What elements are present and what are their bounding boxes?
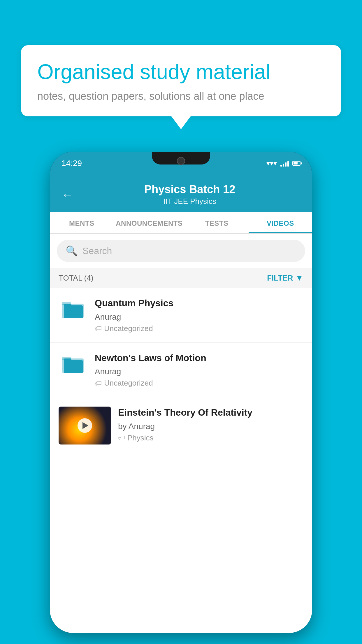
signal-icon [280,160,289,167]
status-icons: ▾▾▾ [266,159,301,167]
video-title: Quantum Physics [95,297,303,309]
back-button[interactable]: ← [61,188,73,201]
list-item[interactable]: Newton's Laws of Motion Anurag 🏷 Uncateg… [50,343,312,398]
search-container: 🔍 Search [50,234,312,268]
filter-icon: ▼ [295,273,303,283]
folder-icon [59,352,88,374]
video-tag: 🏷 Physics [118,433,303,442]
tab-ments[interactable]: MENTS [50,212,113,233]
video-author: Anurag [95,367,303,376]
speech-bubble: Organised study material notes, question… [21,45,341,116]
filter-label: FILTER [267,274,293,283]
status-time: 14:29 [61,159,82,168]
tabs-bar: MENTS ANNOUNCEMENTS TESTS VIDEOS [50,212,312,234]
status-bar: 14:29 ▾▾▾ [50,152,312,175]
svg-rect-2 [64,305,83,318]
header-title: Physics Batch 12 [79,183,301,196]
video-info: Newton's Laws of Motion Anurag 🏷 Uncateg… [95,352,303,388]
tag-label: Physics [127,433,154,442]
filter-bar: TOTAL (4) FILTER ▼ [50,268,312,288]
search-input[interactable]: Search [82,246,112,256]
tag-label: Uncategorized [104,379,153,388]
tab-tests[interactable]: TESTS [185,212,248,233]
search-input-wrap[interactable]: 🔍 Search [57,240,305,262]
svg-rect-6 [64,360,83,373]
search-icon: 🔍 [66,245,78,257]
phone-device: 14:29 ▾▾▾ ← Physics Batch 12 IIT JEE [50,152,312,633]
list-item[interactable]: Quantum Physics Anurag 🏷 Uncategorized [50,288,312,343]
tag-icon: 🏷 [118,434,125,442]
folder-svg [61,299,85,319]
video-tag: 🏷 Uncategorized [95,379,303,388]
app-header: ← Physics Batch 12 IIT JEE Physics [50,175,312,212]
list-item[interactable]: Einstein's Theory Of Relativity by Anura… [50,397,312,454]
bubble-title: Organised study material [37,59,325,84]
total-count: TOTAL (4) [59,274,93,283]
tag-icon: 🏷 [95,324,102,332]
phone-screen: ← Physics Batch 12 IIT JEE Physics MENTS… [50,175,312,633]
bubble-subtitle: notes, question papers, solutions all at… [37,90,325,102]
video-info: Einstein's Theory Of Relativity by Anura… [118,407,303,442]
tag-label: Uncategorized [104,324,153,333]
video-info: Quantum Physics Anurag 🏷 Uncategorized [95,297,303,333]
camera-notch [177,157,185,165]
battery-icon [292,161,301,166]
filter-button[interactable]: FILTER ▼ [267,273,303,283]
tag-icon: 🏷 [95,379,102,387]
tab-announcements[interactable]: ANNOUNCEMENTS [113,212,185,233]
folder-icon [59,297,88,319]
header-subtitle: IIT JEE Physics [79,197,301,206]
video-list: Quantum Physics Anurag 🏷 Uncategorized [50,288,312,633]
header-center: Physics Batch 12 IIT JEE Physics [79,183,301,206]
video-author: by Anurag [118,422,303,431]
wifi-icon: ▾▾▾ [266,159,277,167]
play-button[interactable] [78,418,92,433]
tab-videos[interactable]: VIDEOS [249,212,312,233]
folder-svg [61,354,85,374]
play-icon [82,422,88,429]
video-title: Einstein's Theory Of Relativity [118,407,303,419]
svg-rect-3 [64,304,71,307]
video-thumbnail [59,407,111,444]
video-title: Newton's Laws of Motion [95,352,303,364]
video-tag: 🏷 Uncategorized [95,324,303,333]
video-author: Anurag [95,312,303,322]
svg-rect-7 [64,358,71,362]
